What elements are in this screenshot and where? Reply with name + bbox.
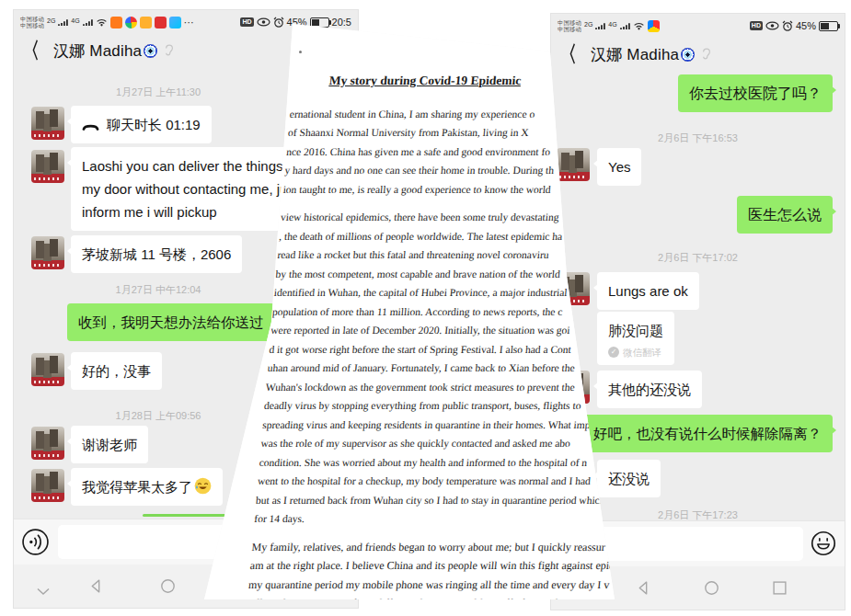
nazar-amulet-emoji <box>144 44 157 58</box>
earpiece-mode-icon <box>165 44 174 57</box>
notification-app-icon <box>648 20 660 32</box>
chat-timestamp: 1月27日 中午12:04 <box>14 283 303 297</box>
right-chat-header: 〈 汉娜 Madiha <box>551 36 845 73</box>
check-circle-icon: ✓ <box>608 347 619 358</box>
eye-comfort-icon <box>765 21 779 30</box>
hd-badge: HD <box>240 17 253 27</box>
signal-bars-icon <box>83 18 93 27</box>
sent-message[interactable]: 你去过校医院了吗？ <box>678 74 833 112</box>
avatar[interactable] <box>31 236 64 269</box>
sent-message[interactable]: 医生怎么说 <box>737 196 833 234</box>
received-message[interactable]: Lungs are ok <box>597 272 699 310</box>
signal-bars-icon <box>595 22 605 30</box>
earpiece-mode-icon <box>702 48 711 61</box>
avatar[interactable] <box>31 427 64 460</box>
received-message[interactable]: 好的，没事 <box>71 352 162 390</box>
stray-dot <box>299 51 302 53</box>
nav-back-icon[interactable] <box>636 580 651 599</box>
right-status-bar: 中国移动中国移动 2G 4G HD 45% <box>551 14 845 36</box>
translation-bubble[interactable]: 肺没问题 ✓微信翻译 <box>597 312 674 365</box>
received-message[interactable]: 谢谢老师 <box>71 426 148 463</box>
notification-app-icon <box>125 17 137 29</box>
chat-timestamp: 2月6日 下午17:02 <box>551 251 845 265</box>
call-duration-bubble[interactable]: 聊天时长 01:19 <box>71 106 212 143</box>
chat-timestamp: 2月6日 下午16:53 <box>551 131 845 145</box>
phone-handset-icon <box>82 122 99 131</box>
wifi-icon <box>633 21 645 30</box>
received-message[interactable]: 茅坡新城 11 号楼，2606 <box>71 235 242 273</box>
nav-back-icon[interactable] <box>88 578 104 598</box>
avatar[interactable] <box>557 148 590 181</box>
battery-icon <box>310 17 329 28</box>
notification-app-icon <box>140 17 152 29</box>
avatar[interactable] <box>31 469 64 502</box>
alarm-icon <box>782 20 793 31</box>
hide-navbar-chevron-icon[interactable] <box>36 583 51 599</box>
nav-home-icon[interactable] <box>160 578 176 598</box>
voice-message-icon[interactable] <box>21 528 50 560</box>
wifi-icon <box>96 17 108 27</box>
carrier-label: 中国移动中国移动 <box>558 19 581 32</box>
notification-app-icon <box>155 17 167 29</box>
nazar-amulet-emoji <box>681 48 695 62</box>
sim1-network-label: 2G <box>47 17 55 24</box>
received-message[interactable]: Yes <box>597 148 641 186</box>
notification-app-icon <box>169 17 181 29</box>
received-message[interactable]: 还没说 <box>597 460 661 497</box>
nav-recents-icon[interactable] <box>772 580 788 599</box>
document-paragraph: ernational student in China, I am sharin… <box>282 105 556 200</box>
eye-comfort-icon <box>257 17 270 27</box>
back-chevron-icon[interactable]: 〈 <box>22 36 40 66</box>
sim1-network-label: 2G <box>584 21 592 28</box>
avatar[interactable] <box>31 107 64 140</box>
contact-name: 汉娜 Madiha <box>591 44 679 65</box>
contact-name: 汉娜 Madiha <box>53 40 142 62</box>
wechat-translate-label: ✓微信翻译 <box>608 347 663 358</box>
back-chevron-icon[interactable]: 〈 <box>559 40 577 70</box>
avatar[interactable] <box>31 150 64 183</box>
hd-badge: HD <box>750 21 763 30</box>
signal-bars-icon <box>58 18 68 27</box>
received-message[interactable]: 我觉得苹果太多了 <box>71 468 223 506</box>
sim2-network-label: 4G <box>71 17 79 24</box>
translated-text: 肺没问题 <box>608 319 663 342</box>
emoji-keyboard-icon[interactable] <box>811 530 836 560</box>
signal-bars-icon <box>620 22 630 30</box>
document-title: My story during Covid-19 Epidemic <box>299 72 551 91</box>
more-notifications-icon: ⋯ <box>184 17 195 29</box>
laugh-cry-emoji <box>194 477 212 495</box>
chat-timestamp: 1月27日 上午11:30 <box>14 86 303 99</box>
notification-app-icon <box>110 17 122 29</box>
sent-message[interactable]: 好吧，也没有说什么时候解除隔离？ <box>582 415 833 452</box>
carrier-label: 中国移动中国移动 <box>20 16 44 29</box>
sent-message[interactable]: 收到，我明天想办法给你送过 <box>67 303 275 341</box>
document-text: My story during Covid-19 Epidemic ernati… <box>246 61 559 616</box>
document-paragraph: view historical epidemics, there have be… <box>254 208 546 529</box>
composite-screenshot: 中国移动中国移动 2G 4G ⋯ HD 45% 20:5 〈 汉娜 Madiha <box>0 0 851 616</box>
battery-icon <box>819 21 838 31</box>
avatar[interactable] <box>31 353 64 386</box>
nav-home-icon[interactable] <box>704 580 719 599</box>
battery-percent: 45% <box>796 20 816 31</box>
alarm-icon <box>273 17 284 28</box>
received-message[interactable]: 其他的还没说 <box>597 371 702 408</box>
sim2-network-label: 4G <box>608 21 616 28</box>
status-time: 20:5 <box>332 17 351 28</box>
